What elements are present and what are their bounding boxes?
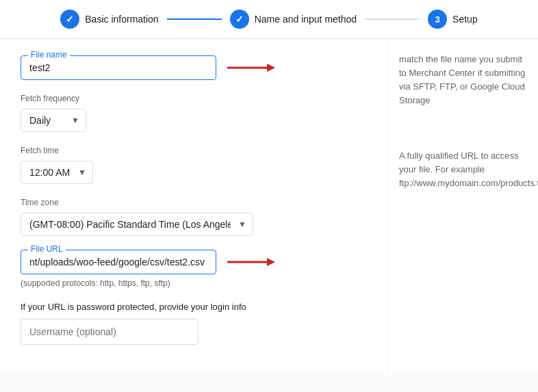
right-panel: match the file name you submit to Mercha… (387, 39, 538, 375)
step-circle-basic-info: ✓ (60, 10, 79, 29)
fetch-time-label: Fetch time (21, 146, 367, 155)
file-url-hint: A fully qualified URL to access your fil… (399, 149, 527, 190)
step-setup: 3 Setup (428, 10, 478, 29)
fetch-time-group: Fetch time 12:00 AM 1:00 AM 6:00 AM 12:0… (21, 146, 367, 184)
fetch-frequency-label: Fetch frequency (21, 94, 367, 103)
main-content: File name Fetch frequency Daily Weekly (0, 39, 538, 375)
svg-marker-3 (267, 258, 275, 266)
step-basic-info: ✓ Basic information (60, 10, 158, 29)
file-name-wrapper: File name (21, 55, 216, 80)
step-circle-name-input: ✓ (230, 10, 249, 29)
timezone-select-wrapper: (GMT-08:00) Pacific Standard Time (Los A… (21, 213, 253, 236)
step-circle-setup: 3 (428, 10, 447, 29)
timezone-label: Time zone (21, 198, 367, 207)
file-name-group: File name (21, 55, 367, 80)
file-name-hint: match the file name you submit to Mercha… (399, 53, 527, 108)
timezone-select[interactable]: (GMT-08:00) Pacific Standard Time (Los A… (21, 213, 253, 236)
timezone-group: Time zone (GMT-08:00) Pacific Standard T… (21, 198, 367, 236)
left-panel: File name Fetch frequency Daily Weekly (0, 39, 387, 375)
connector-2 (365, 18, 420, 20)
password-hint-text: If your URL is password protected, provi… (21, 302, 367, 312)
file-name-arrow (227, 62, 275, 73)
file-url-wrapper: File URL (21, 250, 216, 274)
file-url-arrow (227, 257, 275, 267)
file-url-label: File URL (28, 244, 66, 254)
file-url-group: File URL (supported protocols: http, htt… (21, 250, 367, 288)
username-input[interactable] (21, 319, 198, 345)
fetch-frequency-select[interactable]: Daily Weekly Monthly (21, 109, 86, 132)
svg-marker-1 (267, 64, 275, 72)
url-protocol-hint: (supported protocols: http, https, ftp, … (21, 278, 367, 288)
stepper: ✓ Basic information ✓ Name and input met… (0, 0, 538, 39)
fetch-frequency-select-wrapper: Daily Weekly Monthly ▼ (21, 109, 86, 132)
step-label-name-input: Name and input method (255, 14, 357, 25)
fetch-time-select-wrapper: 12:00 AM 1:00 AM 6:00 AM 12:00 PM ▼ (21, 161, 93, 184)
password-hint-group: If your URL is password protected, provi… (21, 302, 367, 345)
file-name-row: File name (21, 55, 367, 80)
file-url-row: File URL (21, 250, 367, 274)
step-name-input: ✓ Name and input method (230, 10, 357, 29)
checkmark-basic-info: ✓ (66, 14, 74, 25)
fetch-time-select[interactable]: 12:00 AM 1:00 AM 6:00 AM 12:00 PM (21, 161, 93, 184)
step-label-basic-info: Basic information (85, 14, 158, 25)
file-name-input[interactable] (29, 62, 207, 73)
file-url-input[interactable] (29, 257, 207, 267)
step-number-setup: 3 (435, 14, 439, 25)
file-name-label: File name (28, 50, 70, 60)
checkmark-name-input: ✓ (235, 14, 244, 25)
connector-1 (167, 18, 222, 20)
step-label-setup: Setup (452, 14, 478, 25)
fetch-frequency-group: Fetch frequency Daily Weekly Monthly ▼ (21, 94, 367, 132)
